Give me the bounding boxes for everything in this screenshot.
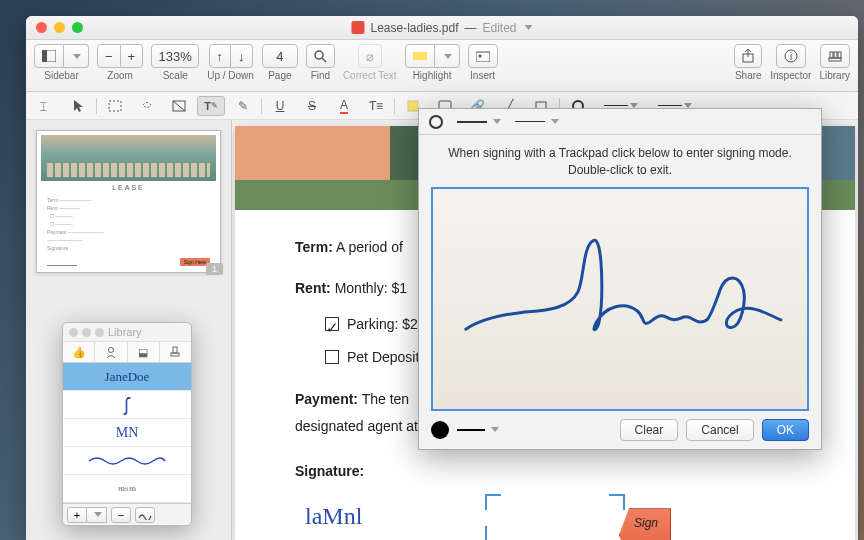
lib-title-text: Library — [108, 326, 142, 338]
sidebar-mode-dropdown[interactable] — [64, 44, 89, 68]
svg-rect-4 — [476, 52, 490, 62]
minimize-window-button[interactable] — [54, 22, 65, 33]
lib-sign-button[interactable] — [135, 507, 155, 523]
lib-add-dropdown[interactable] — [87, 507, 107, 523]
svg-text:⌶: ⌶ — [40, 100, 47, 112]
lib-tab-people[interactable] — [95, 342, 127, 362]
zoom-in-button[interactable]: + — [121, 44, 144, 68]
updown-label: Up / Down — [207, 70, 254, 81]
ok-button[interactable]: OK — [762, 419, 809, 441]
signature-field-2[interactable]: Sign Here — [485, 494, 625, 540]
page-thumbnail[interactable]: LEASE Term ─────────Rent ────── ☐ ───── … — [36, 130, 221, 273]
correct-label: Correct Text — [343, 70, 397, 81]
lib-signature-2[interactable]: ʃ — [63, 391, 191, 419]
svg-rect-24 — [173, 347, 177, 353]
lib-min-button[interactable] — [82, 328, 91, 337]
term-label: Term: — [295, 239, 333, 255]
lib-tab-favorites[interactable]: 👍 — [63, 342, 95, 362]
text-color-tool[interactable]: A — [330, 96, 358, 116]
cancel-button[interactable]: Cancel — [686, 419, 753, 441]
parking-checkbox[interactable] — [325, 317, 339, 331]
zoom-value-field[interactable]: 133% — [151, 44, 199, 68]
sig-arrow-style[interactable] — [511, 119, 559, 124]
pet-checkbox[interactable] — [325, 350, 339, 364]
signature-pad[interactable] — [431, 187, 809, 411]
svg-marker-15 — [74, 100, 83, 112]
titlebar: Lease-ladies.pdf — Edited — [26, 16, 858, 40]
svg-rect-19 — [408, 101, 418, 111]
library-button[interactable] — [820, 44, 850, 68]
svg-text:i: i — [790, 51, 792, 62]
pet-text: Pet Deposit — [347, 349, 419, 365]
lib-tab-stamps[interactable] — [160, 342, 191, 362]
scale-label: Scale — [163, 70, 188, 81]
lib-close-button[interactable] — [69, 328, 78, 337]
document-title: Lease-ladies.pdf — [370, 21, 458, 35]
parking-text: Parking: $2 — [347, 316, 418, 332]
svg-line-18 — [173, 101, 185, 111]
lib-signature-4[interactable] — [63, 447, 191, 475]
text-select-tool[interactable]: ⌶ — [32, 96, 60, 116]
signature-field-1[interactable]: laMnl — [295, 502, 445, 540]
lib-zoom-button[interactable] — [95, 328, 104, 337]
zoom-label: Zoom — [107, 70, 133, 81]
clear-button[interactable]: Clear — [620, 419, 679, 441]
annotate-tool[interactable]: ✎ — [229, 96, 257, 116]
close-window-button[interactable] — [36, 22, 47, 33]
correct-text-button: ⌀ — [358, 44, 382, 68]
lib-add-button[interactable]: + — [67, 507, 87, 523]
lasso-tool[interactable] — [133, 96, 161, 116]
rent-label: Rent: — [295, 280, 331, 296]
sig-msg-2: Double-click to exit. — [439, 162, 801, 179]
rent-text: Monthly: $1 — [335, 280, 407, 296]
svg-point-23 — [108, 348, 113, 353]
signature-label: Signature: — [295, 463, 364, 479]
find-button[interactable] — [306, 44, 335, 68]
title-separator: — — [465, 21, 477, 35]
svg-rect-13 — [838, 52, 841, 58]
page-label: Page — [268, 70, 291, 81]
title-dropdown-icon[interactable] — [525, 25, 533, 30]
insert-label: Insert — [470, 70, 495, 81]
svg-rect-11 — [830, 52, 833, 58]
text-tool[interactable]: T✎ — [197, 96, 225, 116]
mask-tool[interactable] — [165, 96, 193, 116]
page-down-button[interactable]: ↓ — [231, 44, 253, 68]
highlight-dropdown[interactable] — [435, 44, 460, 68]
sign-here-tag: Sign Here — [619, 508, 671, 540]
lib-signature-5[interactable]: ᵯᵴᵯ — [63, 475, 191, 503]
page-up-button[interactable]: ↑ — [209, 44, 232, 68]
lib-remove-button[interactable]: − — [111, 507, 131, 523]
move-tool[interactable] — [64, 96, 92, 116]
sig-color-swatch[interactable] — [431, 421, 449, 439]
sidebar-toggle-button[interactable] — [34, 44, 64, 68]
thumb-page-num: 1 — [206, 263, 223, 275]
zoom-out-button[interactable]: − — [97, 44, 121, 68]
rect-select-tool[interactable] — [101, 96, 129, 116]
payment-label: Payment: — [295, 391, 358, 407]
sig-line-style[interactable] — [453, 119, 501, 124]
page-number-field[interactable]: 4 — [262, 44, 298, 68]
lib-signature-3[interactable]: MN — [63, 419, 191, 447]
highlight-button[interactable] — [405, 44, 435, 68]
underline-tool[interactable]: U — [266, 96, 294, 116]
sig-thickness-dropdown[interactable] — [457, 427, 499, 432]
signature-dialog: When signing with a Trackpad click below… — [418, 108, 822, 450]
zoom-window-button[interactable] — [72, 22, 83, 33]
find-label: Find — [311, 70, 330, 81]
main-toolbar: Sidebar − + Zoom 133% Scale ↑ ↓ Up / Dow… — [26, 40, 858, 92]
sig-stroke-ring[interactable] — [429, 115, 443, 129]
text-size-tool[interactable]: Ƭ≡ — [362, 96, 390, 116]
share-button[interactable] — [734, 44, 762, 68]
svg-rect-25 — [171, 353, 179, 356]
inspector-button[interactable]: i — [776, 44, 806, 68]
svg-point-5 — [478, 55, 481, 58]
strikethrough-tool[interactable]: S — [298, 96, 326, 116]
lib-signature-1[interactable]: JaneDoe — [63, 363, 191, 391]
lib-tab-annotations[interactable]: ⬓ — [128, 342, 160, 362]
library-label: Library — [819, 70, 850, 81]
inspector-label: Inspector — [770, 70, 811, 81]
library-panel: Library 👍 ⬓ JaneDoe ʃ MN ᵯᵴᵯ + − — [62, 322, 192, 526]
sidebar-label: Sidebar — [44, 70, 78, 81]
insert-button[interactable] — [468, 44, 498, 68]
